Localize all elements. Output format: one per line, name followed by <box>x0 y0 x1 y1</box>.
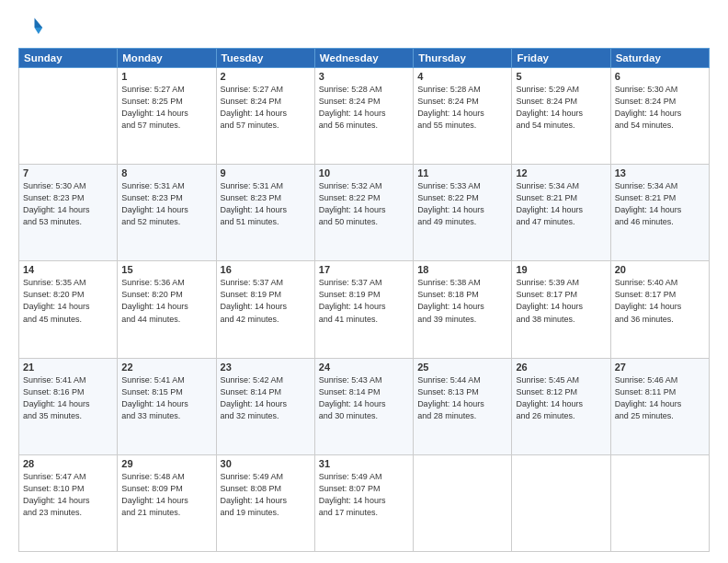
calendar-cell: 20Sunrise: 5:40 AMSunset: 8:17 PMDayligh… <box>610 261 709 358</box>
day-info: Sunrise: 5:44 AMSunset: 8:13 PMDaylight:… <box>417 374 507 422</box>
weekday-header-row: SundayMondayTuesdayWednesdayThursdayFrid… <box>19 49 710 68</box>
day-number: 29 <box>121 458 211 469</box>
day-info: Sunrise: 5:38 AMSunset: 8:18 PMDaylight:… <box>417 277 507 325</box>
day-info: Sunrise: 5:33 AMSunset: 8:22 PMDaylight:… <box>417 180 507 228</box>
weekday-header-sunday: Sunday <box>19 49 118 68</box>
calendar-cell: 11Sunrise: 5:33 AMSunset: 8:22 PMDayligh… <box>414 165 512 261</box>
calendar-cell <box>414 454 512 551</box>
day-info: Sunrise: 5:34 AMSunset: 8:21 PMDaylight:… <box>516 180 606 228</box>
day-info: Sunrise: 5:28 AMSunset: 8:24 PMDaylight:… <box>417 84 507 132</box>
calendar-cell: 30Sunrise: 5:49 AMSunset: 8:08 PMDayligh… <box>216 454 314 551</box>
weekday-header-thursday: Thursday <box>414 49 512 68</box>
day-number: 22 <box>121 362 211 373</box>
calendar-cell: 24Sunrise: 5:43 AMSunset: 8:14 PMDayligh… <box>314 358 413 454</box>
calendar-cell: 5Sunrise: 5:29 AMSunset: 8:24 PMDaylight… <box>512 68 610 165</box>
calendar-cell: 13Sunrise: 5:34 AMSunset: 8:21 PMDayligh… <box>610 165 709 261</box>
day-number: 13 <box>615 167 705 178</box>
svg-marker-1 <box>35 28 43 34</box>
calendar-cell: 29Sunrise: 5:48 AMSunset: 8:09 PMDayligh… <box>118 454 216 551</box>
svg-marker-0 <box>35 18 43 29</box>
calendar-cell: 6Sunrise: 5:30 AMSunset: 8:24 PMDaylight… <box>610 68 709 165</box>
calendar-cell: 16Sunrise: 5:37 AMSunset: 8:19 PMDayligh… <box>216 261 314 358</box>
calendar-cell: 22Sunrise: 5:41 AMSunset: 8:15 PMDayligh… <box>118 358 216 454</box>
day-info: Sunrise: 5:48 AMSunset: 8:09 PMDaylight:… <box>121 471 211 519</box>
day-info: Sunrise: 5:46 AMSunset: 8:11 PMDaylight:… <box>615 374 705 422</box>
day-number: 11 <box>417 167 507 178</box>
calendar-table: SundayMondayTuesdayWednesdayThursdayFrid… <box>18 48 710 552</box>
day-info: Sunrise: 5:43 AMSunset: 8:14 PMDaylight:… <box>319 374 409 422</box>
day-number: 16 <box>221 264 311 275</box>
calendar-cell: 28Sunrise: 5:47 AMSunset: 8:10 PMDayligh… <box>19 454 118 551</box>
calendar-cell: 12Sunrise: 5:34 AMSunset: 8:21 PMDayligh… <box>512 165 610 261</box>
day-info: Sunrise: 5:36 AMSunset: 8:20 PMDaylight:… <box>121 277 211 325</box>
day-number: 31 <box>319 458 409 469</box>
day-number: 21 <box>23 362 113 373</box>
day-info: Sunrise: 5:32 AMSunset: 8:22 PMDaylight:… <box>319 180 409 228</box>
day-number: 30 <box>221 458 311 469</box>
weekday-header-saturday: Saturday <box>610 49 709 68</box>
calendar-cell: 8Sunrise: 5:31 AMSunset: 8:23 PMDaylight… <box>118 165 216 261</box>
day-number: 4 <box>417 71 507 82</box>
calendar-cell <box>610 454 709 551</box>
calendar-cell: 3Sunrise: 5:28 AMSunset: 8:24 PMDaylight… <box>314 68 413 165</box>
calendar-cell: 19Sunrise: 5:39 AMSunset: 8:17 PMDayligh… <box>512 261 610 358</box>
page: SundayMondayTuesdayWednesdayThursdayFrid… <box>0 0 728 563</box>
calendar-cell: 21Sunrise: 5:41 AMSunset: 8:16 PMDayligh… <box>19 358 118 454</box>
day-info: Sunrise: 5:45 AMSunset: 8:12 PMDaylight:… <box>516 374 606 422</box>
day-number: 1 <box>121 71 211 82</box>
day-number: 24 <box>319 362 409 373</box>
calendar-cell: 26Sunrise: 5:45 AMSunset: 8:12 PMDayligh… <box>512 358 610 454</box>
day-info: Sunrise: 5:34 AMSunset: 8:21 PMDaylight:… <box>615 180 705 228</box>
day-info: Sunrise: 5:31 AMSunset: 8:23 PMDaylight:… <box>221 180 311 228</box>
day-info: Sunrise: 5:49 AMSunset: 8:08 PMDaylight:… <box>221 471 311 519</box>
day-number: 17 <box>319 264 409 275</box>
day-info: Sunrise: 5:27 AMSunset: 8:25 PMDaylight:… <box>121 84 211 132</box>
calendar-cell: 17Sunrise: 5:37 AMSunset: 8:19 PMDayligh… <box>314 261 413 358</box>
day-number: 5 <box>516 71 606 82</box>
calendar-cell: 18Sunrise: 5:38 AMSunset: 8:18 PMDayligh… <box>414 261 512 358</box>
day-number: 15 <box>121 264 211 275</box>
week-row-5: 28Sunrise: 5:47 AMSunset: 8:10 PMDayligh… <box>19 454 710 551</box>
day-info: Sunrise: 5:31 AMSunset: 8:23 PMDaylight:… <box>121 180 211 228</box>
day-number: 10 <box>319 167 409 178</box>
week-row-1: 1Sunrise: 5:27 AMSunset: 8:25 PMDaylight… <box>19 68 710 165</box>
day-number: 25 <box>417 362 507 373</box>
weekday-header-wednesday: Wednesday <box>314 49 413 68</box>
day-info: Sunrise: 5:37 AMSunset: 8:19 PMDaylight:… <box>319 277 409 325</box>
weekday-header-friday: Friday <box>512 49 610 68</box>
calendar-cell: 23Sunrise: 5:42 AMSunset: 8:14 PMDayligh… <box>216 358 314 454</box>
day-info: Sunrise: 5:28 AMSunset: 8:24 PMDaylight:… <box>319 84 409 132</box>
calendar-cell <box>19 68 118 165</box>
day-number: 26 <box>516 362 606 373</box>
day-info: Sunrise: 5:29 AMSunset: 8:24 PMDaylight:… <box>516 84 606 132</box>
day-number: 27 <box>615 362 705 373</box>
day-info: Sunrise: 5:40 AMSunset: 8:17 PMDaylight:… <box>615 277 705 325</box>
day-info: Sunrise: 5:30 AMSunset: 8:24 PMDaylight:… <box>615 84 705 132</box>
calendar-cell: 27Sunrise: 5:46 AMSunset: 8:11 PMDayligh… <box>610 358 709 454</box>
day-info: Sunrise: 5:39 AMSunset: 8:17 PMDaylight:… <box>516 277 606 325</box>
day-number: 6 <box>615 71 705 82</box>
day-info: Sunrise: 5:27 AMSunset: 8:24 PMDaylight:… <box>221 84 311 132</box>
day-info: Sunrise: 5:30 AMSunset: 8:23 PMDaylight:… <box>23 180 113 228</box>
day-number: 2 <box>221 71 311 82</box>
calendar-cell: 7Sunrise: 5:30 AMSunset: 8:23 PMDaylight… <box>19 165 118 261</box>
day-info: Sunrise: 5:47 AMSunset: 8:10 PMDaylight:… <box>23 471 113 519</box>
weekday-header-monday: Monday <box>118 49 216 68</box>
week-row-4: 21Sunrise: 5:41 AMSunset: 8:16 PMDayligh… <box>19 358 710 454</box>
day-info: Sunrise: 5:35 AMSunset: 8:20 PMDaylight:… <box>23 277 113 325</box>
day-info: Sunrise: 5:49 AMSunset: 8:07 PMDaylight:… <box>319 471 409 519</box>
week-row-2: 7Sunrise: 5:30 AMSunset: 8:23 PMDaylight… <box>19 165 710 261</box>
week-row-3: 14Sunrise: 5:35 AMSunset: 8:20 PMDayligh… <box>19 261 710 358</box>
day-info: Sunrise: 5:41 AMSunset: 8:16 PMDaylight:… <box>23 374 113 422</box>
calendar-cell: 2Sunrise: 5:27 AMSunset: 8:24 PMDaylight… <box>216 68 314 165</box>
day-info: Sunrise: 5:41 AMSunset: 8:15 PMDaylight:… <box>121 374 211 422</box>
calendar-cell: 15Sunrise: 5:36 AMSunset: 8:20 PMDayligh… <box>118 261 216 358</box>
day-number: 28 <box>23 458 113 469</box>
calendar-cell: 4Sunrise: 5:28 AMSunset: 8:24 PMDaylight… <box>414 68 512 165</box>
calendar-cell: 14Sunrise: 5:35 AMSunset: 8:20 PMDayligh… <box>19 261 118 358</box>
day-number: 18 <box>417 264 507 275</box>
day-number: 20 <box>615 264 705 275</box>
day-number: 7 <box>23 167 113 178</box>
header <box>18 15 710 40</box>
day-info: Sunrise: 5:42 AMSunset: 8:14 PMDaylight:… <box>221 374 311 422</box>
